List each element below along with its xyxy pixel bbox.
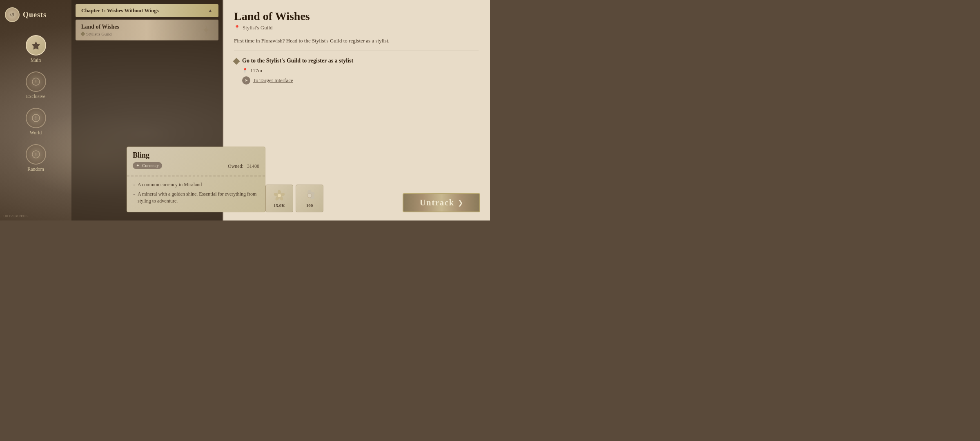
target-link-text: To Target Interface xyxy=(253,77,293,84)
svg-text:!: ! xyxy=(35,115,37,121)
distance-text: 117m xyxy=(250,67,262,74)
sidebar-item-exclusive[interactable]: ! Exclusive xyxy=(18,69,54,102)
item-crystal-icon xyxy=(303,189,316,202)
svg-text:!: ! xyxy=(35,151,37,157)
quest-diamond-icon xyxy=(80,31,85,36)
svg-point-12 xyxy=(278,194,281,197)
chapter-header[interactable]: Chapter 1: Wishes Without Wings ▲ xyxy=(76,4,218,17)
main-icon xyxy=(26,35,46,56)
sidebar-item-main[interactable]: Main xyxy=(18,33,54,66)
item-count-1: 15.0K xyxy=(274,203,285,208)
tooltip-owned: Owned: 31400 xyxy=(228,163,259,169)
detail-title: Land of Wishes xyxy=(234,10,479,23)
badge-label: Currency xyxy=(142,163,159,168)
objective-section: Go to the Stylist's Guild to register as… xyxy=(234,58,479,85)
sidebar-item-random[interactable]: ! Random xyxy=(18,142,54,175)
distance-row: 📍 117m xyxy=(242,67,479,74)
target-icon: ➤ xyxy=(242,76,250,85)
main-label: Main xyxy=(31,57,41,63)
item-box-1: 15.0K xyxy=(265,185,293,212)
random-icon: ! xyxy=(26,144,46,165)
objective-item: Go to the Stylist's Guild to register as… xyxy=(234,58,479,64)
tooltip-desc-1: ·· A common currency in Miraland xyxy=(133,181,259,189)
owned-label: Owned: xyxy=(228,163,243,169)
sidebar: ↺ Quests Main ! Exclusive ! World ! Rand… xyxy=(0,0,71,220)
tooltip-dot-2: ·· xyxy=(133,191,135,198)
exclusive-label: Exclusive xyxy=(26,94,45,100)
tooltip-body: ·· A common currency in Miraland ·· A mi… xyxy=(127,179,265,212)
tooltip-header: Bling ✦ Currency Owned: 31400 xyxy=(127,147,265,173)
tooltip-divider xyxy=(127,176,265,176)
distance-icon: 📍 xyxy=(242,68,248,73)
owned-value: 31400 xyxy=(247,163,259,169)
untrack-arrow-icon: ❯ xyxy=(458,199,463,207)
tooltip-popup: Bling ✦ Currency Owned: 31400 ·· A commo… xyxy=(127,147,265,212)
detail-description: First time in Florawish? Head to the Sty… xyxy=(234,37,479,51)
untrack-button[interactable]: Untrack ❯ xyxy=(403,193,480,212)
tooltip-currency-badge: ✦ Currency xyxy=(133,162,162,169)
quests-title: Quests xyxy=(23,11,47,19)
detail-location-row: 📍 Stylist's Guild xyxy=(234,24,479,31)
item-count-2: 100 xyxy=(306,203,313,208)
tooltip-dot-1: ·· xyxy=(133,182,135,189)
quests-icon: ↺ xyxy=(5,7,20,22)
uid-text: UID:200819906 xyxy=(3,214,27,218)
tooltip-desc-text-2: A mineral with a golden shine. Essential… xyxy=(138,191,259,205)
exclusive-icon: ! xyxy=(26,71,46,92)
item-box-2: 100 xyxy=(296,185,323,212)
quest-item-location: Stylist's Guild xyxy=(86,31,111,36)
quests-header: ↺ Quests xyxy=(0,4,71,25)
random-label: Random xyxy=(27,166,44,172)
quest-item-land-of-wishes[interactable]: Land of Wishes Stylist's Guild ✦ xyxy=(76,20,218,40)
target-interface-link[interactable]: ➤ To Target Interface xyxy=(242,76,479,85)
item-flower-icon xyxy=(273,189,286,202)
tooltip-desc-2: ·· A mineral with a golden shine. Essent… xyxy=(133,191,259,205)
objective-diamond-icon xyxy=(233,58,240,65)
quest-item-name: Land of Wishes xyxy=(81,24,213,30)
svg-marker-0 xyxy=(32,42,40,49)
world-label: World xyxy=(30,130,42,136)
tooltip-desc-text-1: A common currency in Miraland xyxy=(138,181,202,188)
sidebar-item-world[interactable]: ! World xyxy=(18,105,54,138)
chapter-chevron-icon: ▲ xyxy=(208,8,213,14)
quest-ornament-icon: ✦ xyxy=(202,24,210,36)
untrack-label: Untrack xyxy=(420,198,454,207)
svg-text:!: ! xyxy=(35,79,37,85)
world-icon: ! xyxy=(26,108,46,128)
badge-plus-icon: ✦ xyxy=(136,163,140,168)
tooltip-title-row: Bling xyxy=(133,151,259,162)
location-pin-icon: 📍 xyxy=(234,25,240,31)
svg-point-16 xyxy=(307,194,312,198)
tooltip-title: Bling xyxy=(133,151,149,160)
tooltip-items: 15.0K 100 xyxy=(265,185,323,212)
objective-text: Go to the Stylist's Guild to register as… xyxy=(242,58,353,64)
chapter-title: Chapter 1: Wishes Without Wings xyxy=(81,7,159,14)
quest-item-sub: Stylist's Guild xyxy=(81,31,213,36)
detail-location-name: Stylist's Guild xyxy=(243,24,273,31)
